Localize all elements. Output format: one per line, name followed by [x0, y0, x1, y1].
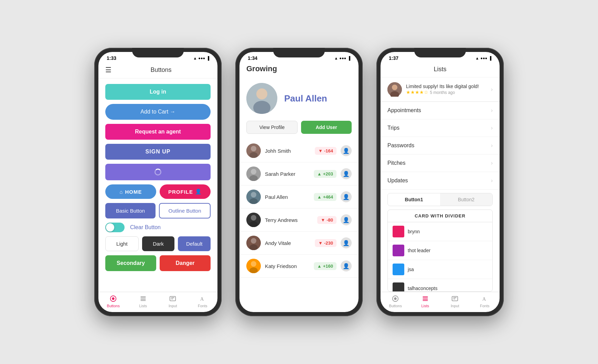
battery-icon-2: ▐ — [348, 56, 350, 60]
svg-point-23 — [251, 215, 256, 221]
review-card[interactable]: Limited supply! Its like digital gold! ★… — [381, 77, 500, 102]
user-action-icon[interactable]: 👤 — [341, 191, 352, 202]
nav3-lists[interactable]: Lists — [410, 295, 440, 308]
wifi-icon: ▲ — [193, 56, 197, 60]
user-action-icon[interactable]: 👤 — [341, 237, 352, 248]
toggle-switch[interactable] — [105, 223, 125, 232]
hamburger-icon[interactable]: ☰ — [105, 66, 111, 74]
svg-point-14 — [251, 146, 256, 151]
clear-button[interactable]: Clear Button — [130, 224, 161, 231]
card-user-avatar — [393, 282, 404, 292]
card-user-row[interactable]: brynn — [388, 222, 492, 241]
card-user-avatar — [393, 264, 404, 275]
time-3: 1:37 — [389, 55, 398, 61]
review-content: Limited supply! Its like digital gold! ★… — [406, 84, 487, 95]
profile-button[interactable]: PROFILE 👤 — [160, 184, 211, 199]
add-user-button[interactable]: Add User — [301, 121, 352, 134]
card-user-row[interactable]: jsa — [388, 260, 492, 279]
score-badge: ▼ -80 — [317, 216, 337, 224]
phone-growing: 1:34 ▲ ●●● ▐ Growing — [235, 48, 363, 316]
basic-button[interactable]: Basic Button — [105, 203, 156, 218]
nav-lists[interactable]: Lists — [128, 295, 158, 308]
tab-button2[interactable]: Button2 — [440, 193, 492, 206]
list-item[interactable]: Updates › — [381, 172, 500, 190]
user-action-icon[interactable]: 👤 — [341, 145, 352, 156]
nav-buttons[interactable]: Buttons — [98, 295, 128, 308]
light-dark-default-row: Light Dark Default — [105, 236, 211, 251]
list-chevron: › — [491, 107, 493, 114]
signup-button[interactable]: SIGN UP — [105, 144, 211, 160]
nav3-input[interactable]: Input — [440, 295, 470, 308]
nav-input[interactable]: Input — [158, 295, 188, 308]
score-badge: ▼ -230 — [315, 239, 337, 247]
nav-buttons-label: Buttons — [107, 304, 120, 308]
app-name: Growing — [246, 64, 352, 73]
user-row[interactable]: Terry Andrews ▼ -80 👤 — [239, 208, 359, 232]
tab-button1[interactable]: Button1 — [388, 193, 440, 206]
nav3-fonts[interactable]: A Fonts — [470, 295, 500, 308]
list-item[interactable]: Appointments › — [381, 102, 500, 119]
view-profile-button[interactable]: View Profile — [246, 121, 298, 134]
user-avatar — [246, 236, 261, 250]
toggle-knob — [106, 223, 114, 232]
card-user-row[interactable]: talhaconcepts — [388, 279, 492, 292]
profile-actions: View Profile Add User — [239, 121, 359, 139]
profile-section: Paul Allen — [239, 77, 359, 121]
list-chevron: › — [491, 142, 493, 149]
list-item-label: Trips — [387, 125, 399, 131]
request-agent-button[interactable]: Request an agent — [105, 124, 211, 140]
user-row[interactable]: Johh Smith ▼ -164 👤 — [239, 139, 359, 162]
add-to-cart-button[interactable]: Add to Cart → — [105, 104, 211, 120]
review-stars: ★★★★☆ — [406, 89, 428, 95]
user-action-icon[interactable]: 👤 — [341, 260, 352, 271]
nav-fonts[interactable]: A Fonts — [188, 295, 218, 308]
notch-1 — [132, 48, 184, 57]
user-row[interactable]: Katy Friedson ▲ +160 👤 — [239, 255, 359, 278]
nav3-buttons[interactable]: Buttons — [381, 295, 410, 308]
user-avatar — [246, 167, 261, 181]
secondary-button[interactable]: Secondary — [105, 255, 156, 271]
bottom-nav-3: Buttons Lists Input — [381, 292, 500, 312]
user-name: Johh Smith — [265, 148, 311, 154]
user-row[interactable]: Paul Allen ▲ +464 👤 — [239, 185, 359, 208]
light-button[interactable]: Light — [105, 236, 139, 251]
svg-point-26 — [251, 238, 256, 244]
list-item-label: Pitches — [387, 160, 405, 166]
danger-button[interactable]: Danger — [160, 255, 211, 271]
user-row[interactable]: Sarah Parker ▲ +203 👤 — [239, 162, 359, 185]
list-item[interactable]: Trips › — [381, 119, 500, 137]
home-button[interactable]: ⌂ HOME — [105, 184, 156, 199]
nav-lists-label: Lists — [139, 304, 147, 308]
list-items-section: Appointments › Trips › Passwords › Pitch… — [381, 102, 500, 190]
svg-text:A: A — [482, 296, 486, 302]
user-name: Terry Andrews — [265, 217, 313, 223]
time-1: 1:33 — [107, 55, 116, 61]
user-row[interactable]: Andy Vitale ▼ -230 👤 — [239, 232, 359, 255]
outline-button[interactable]: Outline Button — [159, 203, 211, 218]
buttons-nav-icon — [109, 295, 117, 302]
login-button[interactable]: Log in — [105, 84, 211, 100]
dark-button[interactable]: Dark — [142, 236, 175, 251]
signal-icon: ●●● — [198, 56, 205, 60]
list-item[interactable]: Passwords › — [381, 137, 500, 154]
loading-button[interactable] — [105, 164, 211, 180]
status-icons-2: ▲ ●●● ▐ — [334, 56, 350, 60]
loading-spinner — [154, 169, 161, 175]
list-item[interactable]: Pitches › — [381, 154, 500, 172]
profile-name: Paul Allen — [284, 93, 327, 104]
phone3-content: Limited supply! Its like digital gold! ★… — [381, 77, 500, 312]
nav3-buttons-label: Buttons — [389, 304, 402, 308]
default-button[interactable]: Default — [178, 236, 211, 251]
phone1-header: ☰ Buttons — [98, 63, 217, 78]
phone-3-screen: 1:37 ▲ ●●● ▐ Lists — [381, 52, 500, 312]
toggle-clear-row: Clear Button — [105, 223, 211, 232]
review-time: 5 months ago — [430, 90, 455, 95]
users-list: Johh Smith ▼ -164 👤 Sarah Parker ▲ +203 … — [239, 139, 359, 312]
card-user-row[interactable]: thot leader — [388, 241, 492, 260]
svg-point-1 — [112, 297, 115, 300]
user-action-icon[interactable]: 👤 — [341, 214, 352, 225]
nav3-fonts-label: Fonts — [480, 304, 490, 308]
battery-icon-3: ▐ — [489, 56, 491, 60]
user-action-icon[interactable]: 👤 — [341, 168, 352, 179]
svg-text:A: A — [200, 296, 204, 302]
